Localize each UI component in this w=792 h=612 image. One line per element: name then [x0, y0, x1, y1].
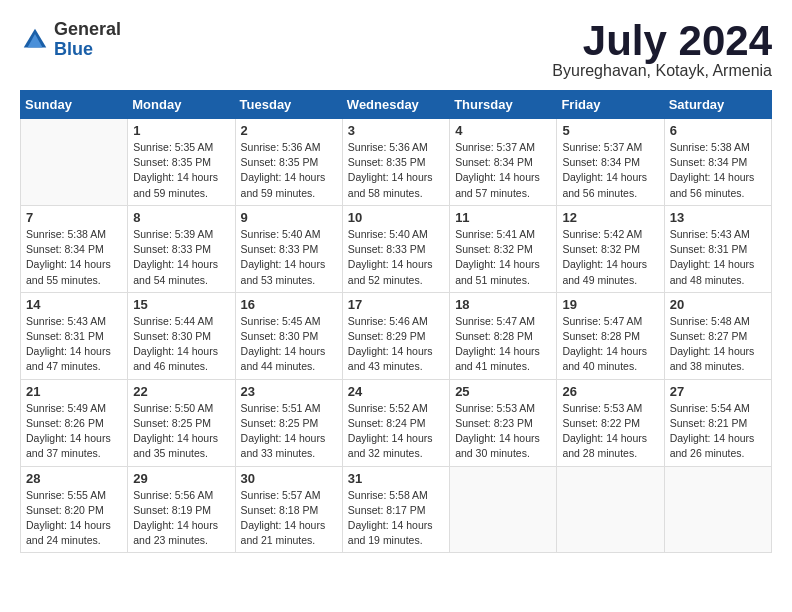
daylight-text: Daylight: 14 hoursand 52 minutes. — [348, 257, 444, 287]
sunset-text: Sunset: 8:27 PM — [670, 329, 766, 344]
daylight-text: Daylight: 14 hoursand 47 minutes. — [26, 344, 122, 374]
sunrise-text: Sunrise: 5:53 AM — [455, 401, 551, 416]
calendar-cell: 5Sunrise: 5:37 AMSunset: 8:34 PMDaylight… — [557, 119, 664, 206]
sunrise-text: Sunrise: 5:39 AM — [133, 227, 229, 242]
calendar-cell: 3Sunrise: 5:36 AMSunset: 8:35 PMDaylight… — [342, 119, 449, 206]
day-number: 30 — [241, 471, 337, 486]
sunrise-text: Sunrise: 5:47 AM — [455, 314, 551, 329]
sunset-text: Sunset: 8:24 PM — [348, 416, 444, 431]
daylight-text: Daylight: 14 hoursand 56 minutes. — [670, 170, 766, 200]
calendar-table: SundayMondayTuesdayWednesdayThursdayFrid… — [20, 90, 772, 553]
day-number: 3 — [348, 123, 444, 138]
weekday-header-tuesday: Tuesday — [235, 91, 342, 119]
calendar-cell: 9Sunrise: 5:40 AMSunset: 8:33 PMDaylight… — [235, 205, 342, 292]
sunrise-text: Sunrise: 5:44 AM — [133, 314, 229, 329]
sunrise-text: Sunrise: 5:43 AM — [26, 314, 122, 329]
calendar-week-row: 21Sunrise: 5:49 AMSunset: 8:26 PMDayligh… — [21, 379, 772, 466]
day-number: 31 — [348, 471, 444, 486]
sunset-text: Sunset: 8:34 PM — [670, 155, 766, 170]
daylight-text: Daylight: 14 hoursand 37 minutes. — [26, 431, 122, 461]
sunset-text: Sunset: 8:33 PM — [241, 242, 337, 257]
day-info: Sunrise: 5:37 AMSunset: 8:34 PMDaylight:… — [455, 140, 551, 201]
day-info: Sunrise: 5:55 AMSunset: 8:20 PMDaylight:… — [26, 488, 122, 549]
calendar-cell: 11Sunrise: 5:41 AMSunset: 8:32 PMDayligh… — [450, 205, 557, 292]
sunset-text: Sunset: 8:34 PM — [455, 155, 551, 170]
day-number: 7 — [26, 210, 122, 225]
sunset-text: Sunset: 8:35 PM — [241, 155, 337, 170]
daylight-text: Daylight: 14 hoursand 32 minutes. — [348, 431, 444, 461]
sunset-text: Sunset: 8:33 PM — [348, 242, 444, 257]
sunset-text: Sunset: 8:31 PM — [26, 329, 122, 344]
calendar-cell: 21Sunrise: 5:49 AMSunset: 8:26 PMDayligh… — [21, 379, 128, 466]
day-number: 14 — [26, 297, 122, 312]
day-info: Sunrise: 5:43 AMSunset: 8:31 PMDaylight:… — [670, 227, 766, 288]
daylight-text: Daylight: 14 hoursand 35 minutes. — [133, 431, 229, 461]
sunset-text: Sunset: 8:33 PM — [133, 242, 229, 257]
calendar-cell: 13Sunrise: 5:43 AMSunset: 8:31 PMDayligh… — [664, 205, 771, 292]
day-info: Sunrise: 5:39 AMSunset: 8:33 PMDaylight:… — [133, 227, 229, 288]
day-number: 19 — [562, 297, 658, 312]
day-info: Sunrise: 5:47 AMSunset: 8:28 PMDaylight:… — [455, 314, 551, 375]
daylight-text: Daylight: 14 hoursand 33 minutes. — [241, 431, 337, 461]
calendar-cell: 4Sunrise: 5:37 AMSunset: 8:34 PMDaylight… — [450, 119, 557, 206]
day-info: Sunrise: 5:37 AMSunset: 8:34 PMDaylight:… — [562, 140, 658, 201]
daylight-text: Daylight: 14 hoursand 55 minutes. — [26, 257, 122, 287]
day-number: 28 — [26, 471, 122, 486]
day-info: Sunrise: 5:52 AMSunset: 8:24 PMDaylight:… — [348, 401, 444, 462]
sunset-text: Sunset: 8:34 PM — [26, 242, 122, 257]
daylight-text: Daylight: 14 hoursand 59 minutes. — [133, 170, 229, 200]
calendar-cell: 16Sunrise: 5:45 AMSunset: 8:30 PMDayligh… — [235, 292, 342, 379]
month-title: July 2024 — [552, 20, 772, 62]
day-info: Sunrise: 5:48 AMSunset: 8:27 PMDaylight:… — [670, 314, 766, 375]
daylight-text: Daylight: 14 hoursand 56 minutes. — [562, 170, 658, 200]
weekday-header-sunday: Sunday — [21, 91, 128, 119]
calendar-cell: 29Sunrise: 5:56 AMSunset: 8:19 PMDayligh… — [128, 466, 235, 553]
sunrise-text: Sunrise: 5:40 AM — [241, 227, 337, 242]
day-info: Sunrise: 5:43 AMSunset: 8:31 PMDaylight:… — [26, 314, 122, 375]
sunrise-text: Sunrise: 5:49 AM — [26, 401, 122, 416]
sunset-text: Sunset: 8:30 PM — [241, 329, 337, 344]
day-number: 5 — [562, 123, 658, 138]
day-number: 8 — [133, 210, 229, 225]
calendar-cell: 15Sunrise: 5:44 AMSunset: 8:30 PMDayligh… — [128, 292, 235, 379]
day-info: Sunrise: 5:40 AMSunset: 8:33 PMDaylight:… — [241, 227, 337, 288]
calendar-cell: 1Sunrise: 5:35 AMSunset: 8:35 PMDaylight… — [128, 119, 235, 206]
day-info: Sunrise: 5:35 AMSunset: 8:35 PMDaylight:… — [133, 140, 229, 201]
day-info: Sunrise: 5:50 AMSunset: 8:25 PMDaylight:… — [133, 401, 229, 462]
day-info: Sunrise: 5:42 AMSunset: 8:32 PMDaylight:… — [562, 227, 658, 288]
sunset-text: Sunset: 8:23 PM — [455, 416, 551, 431]
daylight-text: Daylight: 14 hoursand 49 minutes. — [562, 257, 658, 287]
weekday-header-row: SundayMondayTuesdayWednesdayThursdayFrid… — [21, 91, 772, 119]
day-number: 29 — [133, 471, 229, 486]
daylight-text: Daylight: 14 hoursand 46 minutes. — [133, 344, 229, 374]
day-number: 12 — [562, 210, 658, 225]
sunset-text: Sunset: 8:30 PM — [133, 329, 229, 344]
sunset-text: Sunset: 8:19 PM — [133, 503, 229, 518]
title-block: July 2024 Byureghavan, Kotayk, Armenia — [552, 20, 772, 80]
day-info: Sunrise: 5:57 AMSunset: 8:18 PMDaylight:… — [241, 488, 337, 549]
logo-blue-text: Blue — [54, 39, 93, 59]
sunrise-text: Sunrise: 5:46 AM — [348, 314, 444, 329]
calendar-cell: 24Sunrise: 5:52 AMSunset: 8:24 PMDayligh… — [342, 379, 449, 466]
day-number: 2 — [241, 123, 337, 138]
daylight-text: Daylight: 14 hoursand 57 minutes. — [455, 170, 551, 200]
daylight-text: Daylight: 14 hoursand 41 minutes. — [455, 344, 551, 374]
weekday-header-friday: Friday — [557, 91, 664, 119]
weekday-header-wednesday: Wednesday — [342, 91, 449, 119]
calendar-cell: 27Sunrise: 5:54 AMSunset: 8:21 PMDayligh… — [664, 379, 771, 466]
sunrise-text: Sunrise: 5:51 AM — [241, 401, 337, 416]
day-number: 22 — [133, 384, 229, 399]
sunrise-text: Sunrise: 5:38 AM — [670, 140, 766, 155]
logo: General Blue — [20, 20, 121, 60]
sunrise-text: Sunrise: 5:40 AM — [348, 227, 444, 242]
daylight-text: Daylight: 14 hoursand 59 minutes. — [241, 170, 337, 200]
sunrise-text: Sunrise: 5:55 AM — [26, 488, 122, 503]
sunset-text: Sunset: 8:31 PM — [670, 242, 766, 257]
daylight-text: Daylight: 14 hoursand 28 minutes. — [562, 431, 658, 461]
calendar-cell: 12Sunrise: 5:42 AMSunset: 8:32 PMDayligh… — [557, 205, 664, 292]
daylight-text: Daylight: 14 hoursand 21 minutes. — [241, 518, 337, 548]
calendar-week-row: 14Sunrise: 5:43 AMSunset: 8:31 PMDayligh… — [21, 292, 772, 379]
day-info: Sunrise: 5:44 AMSunset: 8:30 PMDaylight:… — [133, 314, 229, 375]
sunrise-text: Sunrise: 5:54 AM — [670, 401, 766, 416]
day-info: Sunrise: 5:38 AMSunset: 8:34 PMDaylight:… — [670, 140, 766, 201]
